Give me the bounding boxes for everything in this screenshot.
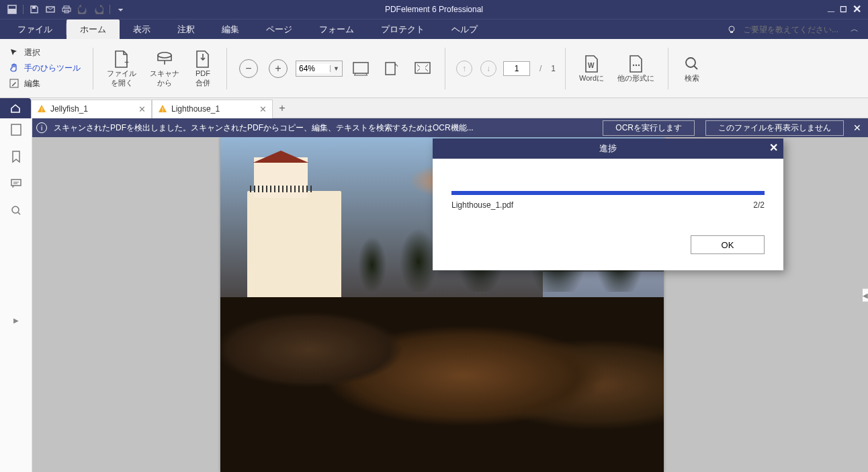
svg-rect-22	[11, 124, 21, 135]
document-viewport[interactable]: i スキャンされたPDFを検出しました。スキャンされたPDFからコピー、編集、テ…	[32, 118, 868, 472]
document-tab-1[interactable]: ! Jellyfish_1 ✕	[31, 100, 152, 118]
divider	[226, 48, 227, 89]
menu-home[interactable]: ホーム	[67, 19, 120, 39]
svg-point-19	[686, 58, 695, 67]
close-tab-icon[interactable]: ✕	[138, 104, 146, 114]
ribbon: 選択 手のひらツール 編集 + ファイル を開く スキャナ から PDF 合併 …	[0, 39, 868, 98]
svg-rect-2	[32, 6, 36, 9]
svg-point-7	[729, 26, 734, 32]
divider	[93, 48, 93, 89]
save-icon[interactable]	[29, 4, 40, 15]
svg-text:!: !	[162, 106, 164, 113]
redo-icon[interactable]	[93, 4, 104, 15]
menu-edit[interactable]: 編集	[208, 19, 253, 39]
tell-me-input[interactable]	[743, 25, 844, 34]
dialog-title: 進捗	[599, 143, 617, 155]
scanner-icon	[155, 49, 175, 69]
collapse-panel-handle[interactable]: ◀	[863, 289, 868, 302]
hand-icon	[9, 63, 20, 74]
chevron-down-icon[interactable]: ▼	[330, 65, 342, 72]
progress-fill	[451, 191, 765, 195]
tab-label: Jellyfish_1	[50, 104, 88, 114]
home-tab[interactable]	[0, 98, 31, 118]
dont-show-again-button[interactable]: このファイルを再表示しません	[705, 120, 844, 136]
zoom-out-button[interactable]: −	[239, 59, 258, 78]
progress-bar	[451, 191, 765, 195]
lightbulb-icon	[727, 25, 736, 34]
svg-point-17	[635, 65, 636, 66]
rotate-icon[interactable]	[382, 58, 402, 79]
app-icon[interactable]	[7, 4, 17, 15]
page-total: 1	[551, 64, 556, 73]
combine-pdf-button[interactable]: PDF 合併	[189, 48, 217, 88]
divider	[668, 48, 668, 89]
to-word-button[interactable]: W Wordに	[575, 52, 608, 84]
print-icon[interactable]	[61, 4, 72, 15]
close-button[interactable]: ✕	[853, 4, 861, 15]
dialog-title-bar: 進捗 ✕	[433, 139, 783, 159]
content-area: ▶ i スキャンされたPDFを検出しました。スキャンされたPDFからコピー、編集…	[0, 118, 868, 472]
next-page-button[interactable]: ↓	[480, 61, 496, 77]
minimize-button[interactable]: _	[828, 1, 834, 13]
svg-point-16	[632, 65, 634, 66]
maximize-button[interactable]: ☐	[840, 5, 847, 13]
prev-page-button[interactable]: ↑	[456, 61, 472, 77]
menu-view[interactable]: 表示	[120, 19, 164, 39]
svg-rect-8	[730, 32, 733, 33]
close-bar-icon[interactable]: ✕	[851, 122, 864, 133]
title-bar: ⏷ PDFelement 6 Professional _ ☐ ✕	[0, 0, 868, 19]
ocr-notification-bar: i スキャンされたPDFを検出しました。スキャンされたPDFからコピー、編集、テ…	[32, 118, 868, 137]
close-tab-icon[interactable]: ✕	[259, 104, 267, 114]
run-ocr-button[interactable]: OCRを実行します	[603, 120, 695, 136]
search-button[interactable]: 検索	[678, 52, 706, 84]
bookmark-icon[interactable]	[9, 149, 24, 164]
page-number-input[interactable]	[503, 61, 530, 76]
menu-form[interactable]: フォーム	[306, 19, 367, 39]
edit-tool[interactable]: 編集	[7, 77, 83, 91]
undo-icon[interactable]	[77, 4, 88, 15]
menu-protect[interactable]: プロテクト	[367, 19, 438, 39]
new-tab-button[interactable]: +	[273, 99, 292, 118]
open-file-button[interactable]: + ファイル を開く	[103, 48, 140, 88]
close-dialog-icon[interactable]: ✕	[769, 141, 778, 154]
menu-file[interactable]: ファイル	[4, 19, 66, 39]
from-scanner-button[interactable]: スキャナ から	[146, 48, 183, 88]
side-panel: ▶	[0, 118, 32, 472]
svg-rect-1	[8, 9, 16, 13]
svg-point-24	[12, 206, 19, 213]
zoom-input[interactable]	[296, 64, 330, 73]
separator	[23, 5, 24, 14]
zoom-select[interactable]: ▼	[296, 61, 343, 77]
search-icon[interactable]	[9, 203, 24, 218]
progress-count: 2/2	[753, 200, 765, 210]
ok-button[interactable]: OK	[691, 235, 765, 254]
expand-panel-handle[interactable]: ▶	[13, 317, 19, 324]
progress-filename: Lighthouse_1.pdf	[451, 200, 513, 210]
svg-rect-12	[353, 63, 368, 73]
hand-tool[interactable]: 手のひらツール	[7, 61, 83, 75]
menu-bar: ファイル ホーム 表示 注釈 編集 ページ フォーム プロテクト ヘルプ ︿	[0, 19, 868, 39]
mail-icon[interactable]	[45, 4, 56, 15]
collapse-ribbon-icon[interactable]: ︿	[851, 24, 859, 35]
document-tab-2[interactable]: ! Lighthouse_1 ✕	[152, 100, 273, 118]
customize-icon[interactable]: ⏷	[116, 4, 126, 15]
svg-text:+: +	[124, 58, 129, 67]
progress-dialog: 進捗 ✕ Lighthouse_1.pdf 2/2 OK	[433, 139, 783, 270]
to-other-button[interactable]: 他の形式に	[613, 52, 658, 84]
menu-annotate[interactable]: 注釈	[164, 19, 208, 39]
word-icon: W	[582, 54, 602, 74]
menu-page[interactable]: ページ	[253, 19, 306, 39]
svg-point-11	[158, 52, 171, 58]
comment-icon[interactable]	[9, 176, 24, 191]
fit-page-icon[interactable]	[413, 58, 433, 79]
thumbnails-icon[interactable]	[9, 122, 24, 137]
search-icon	[682, 54, 702, 74]
fit-width-icon[interactable]	[351, 58, 371, 79]
menu-help[interactable]: ヘルプ	[438, 19, 491, 39]
zoom-in-button[interactable]: +	[269, 59, 288, 78]
page-separator: /	[535, 64, 546, 73]
select-tool[interactable]: 選択	[7, 46, 83, 60]
warning-icon: !	[37, 104, 46, 114]
svg-text:!: !	[41, 106, 43, 113]
info-icon: i	[36, 122, 47, 133]
